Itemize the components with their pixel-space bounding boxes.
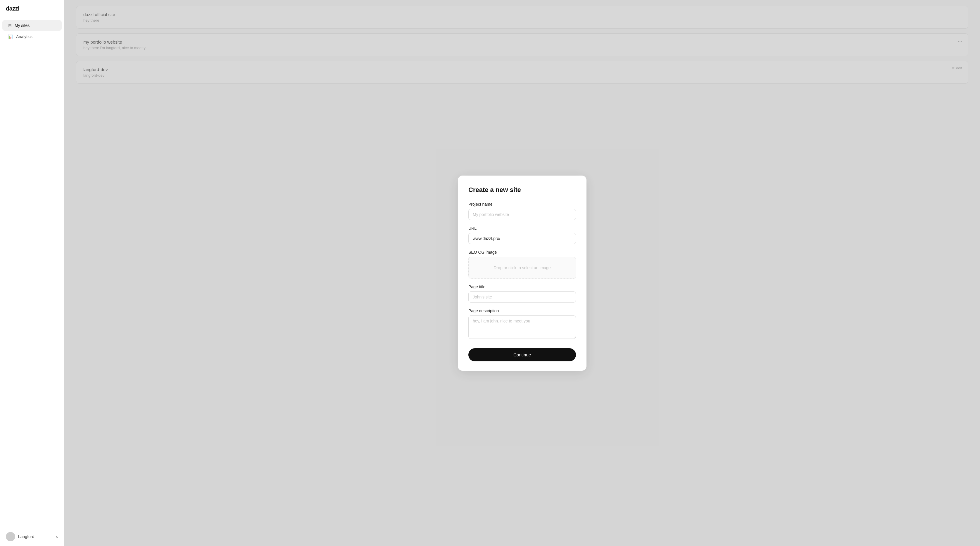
avatar-initials: L <box>10 535 11 539</box>
main-content: dazzl official site hey there ··· my por… <box>64 0 980 546</box>
app-logo: dazzl <box>0 0 64 17</box>
url-label: URL <box>468 226 576 231</box>
continue-button[interactable]: Continue <box>468 348 576 361</box>
project-name-group: Project name <box>468 202 576 220</box>
modal-overlay: Create a new site Project name URL SEO O… <box>64 0 980 546</box>
page-description-input[interactable] <box>468 315 576 339</box>
page-title-input[interactable] <box>468 291 576 303</box>
url-group: URL <box>468 226 576 244</box>
sidebar-footer[interactable]: L Langford ∧ <box>0 527 64 546</box>
sidebar-item-analytics[interactable]: 📊 Analytics <box>2 31 62 42</box>
sidebar: dazzl ⊞ My sites 📊 Analytics L Langford … <box>0 0 64 546</box>
page-title-group: Page title <box>468 284 576 303</box>
sidebar-item-my-sites[interactable]: ⊞ My sites <box>2 20 62 31</box>
modal-title: Create a new site <box>468 186 576 194</box>
sidebar-item-label-analytics: Analytics <box>16 34 32 39</box>
image-dropzone[interactable]: Drop or click to select an image <box>468 257 576 279</box>
sidebar-item-label-my-sites: My sites <box>14 23 30 28</box>
chevron-up-icon: ∧ <box>56 535 58 539</box>
seo-og-image-label: SEO OG image <box>468 250 576 255</box>
seo-og-image-group: SEO OG image Drop or click to select an … <box>468 250 576 279</box>
page-description-group: Page description <box>468 308 576 340</box>
chart-icon: 📊 <box>8 34 13 39</box>
create-site-modal: Create a new site Project name URL SEO O… <box>458 176 587 371</box>
project-name-input[interactable] <box>468 209 576 220</box>
sidebar-nav: ⊞ My sites 📊 Analytics <box>0 17 64 527</box>
user-name: Langford <box>18 534 52 539</box>
dropzone-text: Drop or click to select an image <box>493 265 550 270</box>
page-title-label: Page title <box>468 284 576 289</box>
page-description-label: Page description <box>468 308 576 313</box>
avatar: L <box>6 532 15 541</box>
grid-icon: ⊞ <box>8 23 12 28</box>
url-input[interactable] <box>468 233 576 244</box>
project-name-label: Project name <box>468 202 576 207</box>
